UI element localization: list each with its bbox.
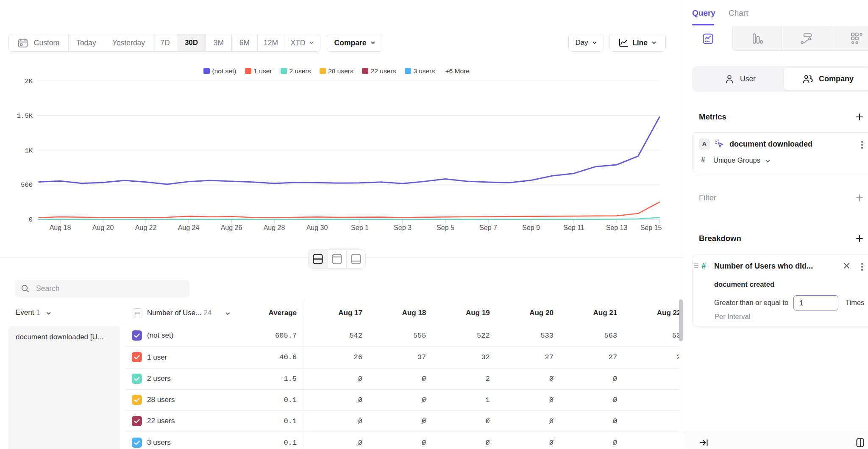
svg-text:Aug 18: Aug 18 (50, 224, 71, 231)
svg-text:Sep 13: Sep 13 (606, 224, 628, 231)
svg-text:Aug 28: Aug 28 (264, 224, 285, 231)
svg-text:1.5K: 1.5K (17, 112, 33, 120)
svg-text:Aug 30: Aug 30 (306, 224, 328, 231)
svg-text:Aug 20: Aug 20 (92, 224, 114, 231)
svg-text:500: 500 (21, 181, 33, 189)
svg-text:Aug 26: Aug 26 (221, 224, 242, 231)
svg-text:Sep 9: Sep 9 (522, 224, 540, 231)
svg-text:Aug 22: Aug 22 (135, 224, 157, 231)
svg-text:2K: 2K (25, 78, 33, 85)
svg-text:Aug 24: Aug 24 (178, 224, 200, 231)
svg-text:1K: 1K (25, 147, 33, 155)
svg-text:Sep 5: Sep 5 (437, 224, 454, 231)
svg-text:Sep 11: Sep 11 (563, 224, 584, 231)
svg-text:Sep 3: Sep 3 (394, 224, 412, 231)
svg-text:Sep 1: Sep 1 (351, 224, 369, 231)
svg-text:0: 0 (29, 216, 33, 224)
svg-text:Sep 7: Sep 7 (479, 224, 497, 231)
svg-text:Sep 15: Sep 15 (640, 224, 662, 231)
